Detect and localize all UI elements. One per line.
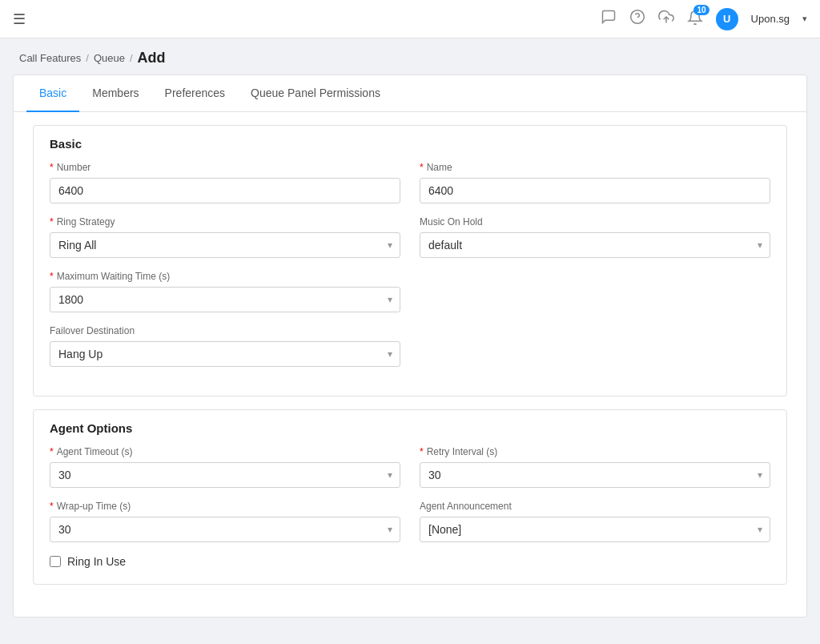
ring-strategy-wrapper: Ring All Round Robin Least Recent Fewest…	[50, 232, 400, 258]
ring-strategy-group: *Ring Strategy Ring All Round Robin Leas…	[50, 216, 400, 258]
ring-strategy-select[interactable]: Ring All Round Robin Least Recent Fewest…	[50, 232, 400, 258]
timeout-retry-row: *Agent Timeout (s) 30 60 90 120 ▾	[50, 446, 770, 488]
notifications-icon[interactable]: 10	[687, 10, 703, 28]
avatar[interactable]: U	[716, 8, 738, 30]
wrapup-time-select[interactable]: 30 60 90	[50, 517, 400, 542]
wrapup-announcement-row: *Wrap-up Time (s) 30 60 90 ▾ Agent	[50, 501, 770, 542]
tab-basic[interactable]: Basic	[26, 75, 79, 112]
svg-point-0	[630, 10, 644, 24]
name-input[interactable]	[420, 178, 770, 203]
number-label: *Number	[50, 162, 400, 173]
failover-wrapper: Hang Up Extension Voicemail ▾	[50, 341, 400, 367]
number-input[interactable]	[50, 178, 400, 203]
number-group: *Number	[50, 162, 400, 203]
hamburger-icon[interactable]: ☰	[13, 10, 26, 28]
agent-timeout-group: *Agent Timeout (s) 30 60 90 120 ▾	[50, 446, 400, 488]
wrapup-time-wrapper: 30 60 90 ▾	[50, 517, 400, 542]
retry-interval-group: *Retry Interval (s) 30 60 90 ▾	[420, 446, 770, 488]
breadcrumb-call-features[interactable]: Call Features	[19, 52, 81, 64]
empty-placeholder-1	[420, 271, 770, 312]
failover-label: Failover Destination	[50, 325, 400, 336]
agent-announcement-group: Agent Announcement [None] ▾	[420, 501, 770, 542]
retry-interval-select[interactable]: 30 60 90	[420, 462, 770, 488]
max-waiting-time-select[interactable]: 1800 900 600 300	[50, 287, 400, 312]
agent-announcement-wrapper: [None] ▾	[420, 517, 770, 542]
max-wait-row: *Maximum Waiting Time (s) 1800 900 600 3…	[50, 271, 770, 312]
retry-interval-required-star: *	[420, 446, 424, 457]
wrapup-time-group: *Wrap-up Time (s) 30 60 90 ▾	[50, 501, 400, 542]
number-required-star: *	[50, 162, 54, 173]
max-waiting-required-star: *	[50, 271, 54, 282]
breadcrumb-add: Add	[138, 50, 166, 66]
ring-in-use-checkbox[interactable]	[50, 556, 61, 567]
name-group: *Name	[420, 162, 770, 203]
breadcrumb-sep-1: /	[86, 52, 89, 64]
music-on-hold-wrapper: default none ▾	[420, 232, 770, 258]
failover-destination-select[interactable]: Hang Up Extension Voicemail	[50, 341, 400, 367]
topnav: ☰ 10 U Upon.sg ▾	[0, 0, 820, 38]
ring-in-use-label: Ring In Use	[67, 555, 126, 568]
ring-music-row: *Ring Strategy Ring All Round Robin Leas…	[50, 216, 770, 258]
user-label[interactable]: Upon.sg	[751, 13, 790, 25]
main-content: Basic Members Preferences Queue Panel Pe…	[13, 74, 807, 618]
agent-options-body: *Agent Timeout (s) 30 60 90 120 ▾	[34, 443, 786, 584]
agent-announcement-select[interactable]: [None]	[420, 517, 770, 542]
max-waiting-wrapper: 1800 900 600 300 ▾	[50, 287, 400, 312]
max-waiting-label: *Maximum Waiting Time (s)	[50, 271, 400, 282]
agent-timeout-required-star: *	[50, 446, 54, 457]
agent-announcement-label: Agent Announcement	[420, 501, 770, 512]
agent-options-title: Agent Options	[34, 410, 786, 443]
agent-timeout-select[interactable]: 30 60 90 120	[50, 462, 400, 488]
music-on-hold-group: Music On Hold default none ▾	[420, 216, 770, 258]
retry-interval-label: *Retry Interval (s)	[420, 446, 770, 457]
max-waiting-group: *Maximum Waiting Time (s) 1800 900 600 3…	[50, 271, 400, 312]
name-label: *Name	[420, 162, 770, 173]
retry-interval-wrapper: 30 60 90 ▾	[420, 462, 770, 488]
wrapup-time-label: *Wrap-up Time (s)	[50, 501, 400, 512]
agent-timeout-wrapper: 30 60 90 120 ▾	[50, 462, 400, 488]
content-area: Basic *Number *Name	[14, 112, 806, 617]
notif-badge: 10	[693, 5, 709, 15]
tab-queue-panel-permissions[interactable]: Queue Panel Permissions	[238, 75, 393, 112]
ring-in-use-row: Ring In Use	[50, 555, 770, 568]
upload-icon[interactable]	[658, 9, 674, 29]
tab-preferences[interactable]: Preferences	[152, 75, 238, 112]
tab-bar: Basic Members Preferences Queue Panel Pe…	[14, 75, 806, 112]
topnav-left: ☰	[13, 10, 26, 28]
chevron-down-icon: ▾	[802, 14, 807, 24]
agent-timeout-label: *Agent Timeout (s)	[50, 446, 400, 457]
breadcrumb-sep-2: /	[130, 52, 133, 64]
ring-strategy-required-star: *	[50, 216, 54, 227]
agent-options-section: Agent Options *Agent Timeout (s) 30 60 9…	[33, 409, 787, 585]
music-on-hold-select[interactable]: default none	[420, 232, 770, 258]
wrapup-time-required-star: *	[50, 501, 54, 512]
chat-icon[interactable]	[601, 9, 617, 29]
failover-group: Failover Destination Hang Up Extension V…	[50, 325, 400, 367]
basic-section: Basic *Number *Name	[33, 125, 787, 396]
number-name-row: *Number *Name	[50, 162, 770, 203]
name-required-star: *	[420, 162, 424, 173]
breadcrumb-queue[interactable]: Queue	[94, 52, 125, 64]
basic-section-body: *Number *Name *Ring St	[34, 159, 786, 396]
failover-row: Failover Destination Hang Up Extension V…	[50, 325, 770, 367]
empty-placeholder-2	[420, 325, 770, 367]
help-icon[interactable]	[629, 9, 645, 29]
breadcrumb: Call Features / Queue / Add	[0, 38, 820, 74]
music-on-hold-label: Music On Hold	[420, 216, 770, 227]
ring-strategy-label: *Ring Strategy	[50, 216, 400, 227]
tab-members[interactable]: Members	[79, 75, 151, 112]
basic-section-title: Basic	[34, 126, 786, 159]
topnav-right: 10 U Upon.sg ▾	[601, 8, 807, 30]
